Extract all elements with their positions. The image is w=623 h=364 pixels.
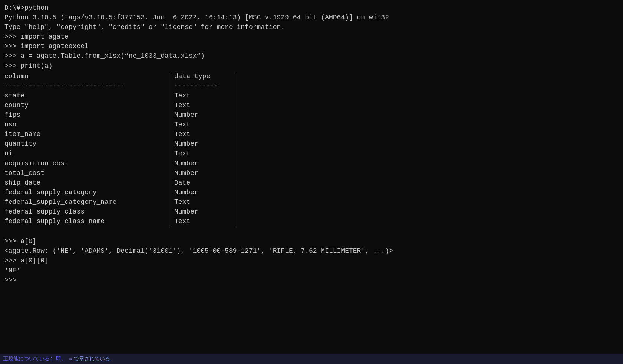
row-ship-date-col2: Date — [174, 178, 234, 188]
bottom-bar-label: 正規能についている: 即。 — [3, 355, 66, 363]
ne-value-line: 'NE' — [4, 266, 619, 275]
import-agateexcel-line: >>> import agateexcel — [4, 42, 619, 51]
python-version-line: Python 3.10.5 (tags/v3.10.5:f377153, Jun… — [4, 13, 619, 22]
row-fscln-col2: Text — [174, 216, 234, 226]
row-nsn-col2: Text — [174, 120, 234, 129]
table-right-divider — [237, 72, 237, 226]
col2-separator: ----------- — [174, 81, 234, 91]
col1-header: column — [4, 72, 168, 81]
col2-header: data_type — [174, 72, 234, 81]
blank-line-1 — [4, 227, 619, 236]
row-fsc-col1: federal_supply_category — [4, 188, 168, 197]
column-col: column ------------------------------ st… — [4, 72, 168, 226]
row-ui-col1: ui — [4, 149, 168, 158]
python-info-line: Type "help", "copyright", "credits" or "… — [4, 22, 619, 32]
row-quantity-col1: quantity — [4, 139, 168, 149]
row-county-col2: Text — [174, 100, 234, 110]
row-fscn-col2: Text — [174, 197, 234, 207]
agate-row-line: <agate.Row: ('NE', 'ADAMS', Decimal('310… — [4, 246, 619, 256]
cmd-line-1: D:\¥>python — [4, 3, 619, 13]
row-nsn-col1: nsn — [4, 120, 168, 129]
row-quantity-col2: Number — [174, 139, 234, 149]
row-total-cost-col2: Number — [174, 168, 234, 178]
terminal-window: D:\¥>python Python 3.10.5 (tags/v3.10.5:… — [4, 3, 619, 361]
row-fscln-col1: federal_supply_class_name — [4, 216, 168, 226]
row-ship-date-col1: ship_date — [4, 178, 168, 188]
row-total-cost-col1: total_cost — [4, 168, 168, 178]
row-fscl-col1: federal_supply_class — [4, 207, 168, 216]
final-prompt: >>> — [4, 275, 619, 285]
row-fscl-col2: Number — [174, 207, 234, 216]
print-a-line: >>> print(a) — [4, 61, 619, 71]
row-state-col1: state — [4, 91, 168, 100]
row-item-name-col1: item_name — [4, 129, 168, 139]
a0-line: >>> a[0] — [4, 236, 619, 246]
load-xlsx-line: >>> a = agate.Table.from_xlsx(“ne_1033_d… — [4, 51, 619, 61]
table-output: column ------------------------------ st… — [4, 72, 619, 226]
bottom-status-bar: 正規能についている: 即。 ✏ で示されている — [0, 354, 623, 364]
datatype-col: data_type ----------- Text Text Number T… — [174, 72, 234, 226]
table-vertical-divider — [171, 72, 171, 226]
row-county-col1: county — [4, 100, 168, 110]
col1-separator: ------------------------------ — [4, 81, 168, 91]
bottom-bar-link[interactable]: で示されている — [74, 355, 110, 363]
row-ui-col2: Text — [174, 149, 234, 158]
import-agate-line: >>> import agate — [4, 32, 619, 42]
row-acquisition-cost-col1: acquisition_cost — [4, 159, 168, 168]
a00-line: >>> a[0][0] — [4, 256, 619, 265]
row-acquisition-cost-col2: Number — [174, 159, 234, 168]
row-fscn-col1: federal_supply_category_name — [4, 197, 168, 207]
row-fips-col1: fips — [4, 110, 168, 120]
bottom-bar-edit-icon: ✏ — [69, 355, 72, 363]
row-fsc-col2: Number — [174, 188, 234, 197]
row-fips-col2: Number — [174, 110, 234, 120]
row-item-name-col2: Text — [174, 129, 234, 139]
row-state-col2: Text — [174, 91, 234, 100]
